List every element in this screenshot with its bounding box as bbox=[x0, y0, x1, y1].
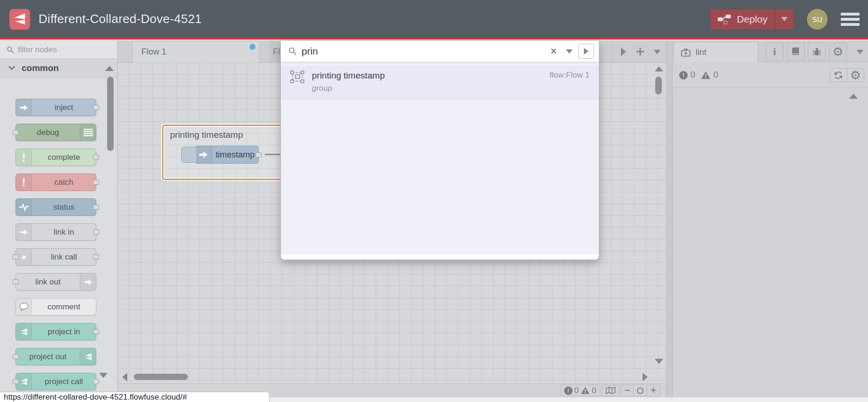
inject-arrow-icon bbox=[16, 99, 32, 116]
node-label: timestamp bbox=[212, 146, 258, 163]
canvas-vscrollbar-thumb[interactable] bbox=[655, 77, 662, 95]
link-arrow-icon bbox=[16, 224, 32, 240]
search-icon bbox=[7, 46, 14, 54]
lint-warning-count: 0 bbox=[713, 70, 718, 80]
right-sidebar: lint i ⚙ bbox=[673, 41, 868, 397]
palette-filter-input[interactable] bbox=[18, 45, 98, 55]
flowfuse-logo-icon bbox=[80, 348, 96, 365]
palette-category-common[interactable]: common bbox=[0, 59, 117, 78]
status-pulse-icon bbox=[16, 199, 32, 215]
search-results-list: printing timestamp group flow:Flow 1 bbox=[281, 62, 599, 254]
sidebar-tab-menu-icon[interactable] bbox=[857, 50, 863, 54]
palette-node-comment[interactable]: comment bbox=[16, 298, 96, 315]
lint-error-count: 0 bbox=[690, 70, 695, 80]
bug-icon bbox=[812, 47, 822, 56]
group-label: printing timestamp bbox=[170, 130, 243, 140]
input-port bbox=[13, 279, 19, 284]
scroll-tabs-right-icon[interactable] bbox=[621, 47, 626, 56]
browser-status-url: https://different-collared-dove-4521.flo… bbox=[0, 392, 270, 402]
flowfuse-logo-icon bbox=[16, 323, 32, 340]
palette-node-debug[interactable]: debug bbox=[16, 124, 96, 141]
info-icon: i bbox=[773, 46, 776, 58]
map-icon bbox=[605, 386, 616, 394]
avatar-initials: su bbox=[812, 14, 822, 24]
output-port bbox=[93, 155, 99, 160]
palette-scroll-down-icon[interactable] bbox=[99, 373, 108, 378]
add-flow-button[interactable] bbox=[636, 47, 644, 56]
zoom-reset-button[interactable] bbox=[633, 385, 647, 396]
palette-scrollbar-thumb[interactable] bbox=[107, 77, 114, 151]
search-result-item[interactable]: printing timestamp group flow:Flow 1 bbox=[281, 66, 599, 100]
category-label: common bbox=[22, 63, 59, 73]
palette-node-list: inject debug ! complete ! catch bbox=[0, 78, 117, 390]
output-port bbox=[93, 229, 99, 235]
inject-trigger-button[interactable] bbox=[181, 147, 197, 163]
settings-tab-button[interactable]: ⚙ bbox=[829, 43, 847, 61]
flow-list-dropdown-icon[interactable] bbox=[654, 50, 660, 54]
palette-node-link-in[interactable]: link in bbox=[16, 223, 96, 241]
palette-node-project-out[interactable]: project out bbox=[16, 348, 96, 365]
input-port bbox=[13, 354, 19, 359]
inject-node-timestamp[interactable]: timestamp bbox=[181, 146, 259, 164]
palette-node-project-in[interactable]: project in bbox=[16, 323, 96, 340]
help-tab-button[interactable] bbox=[787, 43, 805, 61]
output-port bbox=[93, 180, 99, 185]
group-printing-timestamp[interactable]: printing timestamp timestamp bbox=[162, 125, 290, 180]
debug-tab-button[interactable] bbox=[808, 43, 826, 61]
comment-bubble-icon bbox=[16, 299, 32, 315]
user-avatar[interactable]: su bbox=[807, 9, 828, 30]
palette-node-project-call[interactable]: project call bbox=[16, 373, 96, 390]
output-port[interactable] bbox=[256, 152, 262, 158]
lint-settings-button[interactable]: ⚙ bbox=[847, 69, 864, 82]
flowfuse-logo-icon bbox=[9, 9, 30, 30]
canvas-scroll-up-icon[interactable] bbox=[655, 66, 663, 71]
info-tab-button[interactable]: i bbox=[766, 43, 783, 61]
gear-icon: ⚙ bbox=[832, 46, 843, 58]
sidebar-splitter[interactable] bbox=[666, 41, 673, 397]
group-icon bbox=[290, 71, 304, 83]
input-port bbox=[13, 254, 19, 260]
canvas-scroll-right-icon[interactable] bbox=[643, 373, 648, 381]
zoom-in-button[interactable]: + bbox=[647, 385, 659, 396]
search-input[interactable] bbox=[302, 46, 544, 57]
navigator-button[interactable] bbox=[602, 385, 620, 396]
palette-scroll-up-icon[interactable] bbox=[105, 66, 114, 71]
search-icon bbox=[288, 47, 297, 55]
instance-title: Different-Collared-Dove-4521 bbox=[39, 12, 202, 26]
palette-node-complete[interactable]: ! complete bbox=[16, 149, 96, 166]
search-dialog: × printing timestamp group bbox=[280, 41, 599, 260]
error-count: 0 bbox=[574, 386, 579, 395]
warning-icon bbox=[701, 71, 711, 79]
palette-node-inject[interactable]: inject bbox=[16, 99, 96, 116]
zoom-out-button[interactable]: − bbox=[621, 385, 634, 396]
search-history-button[interactable] bbox=[578, 44, 594, 59]
lint-refresh-button[interactable] bbox=[830, 69, 847, 82]
exclamation-icon: ! bbox=[16, 174, 32, 190]
palette-node-link-call[interactable]: link call bbox=[16, 248, 96, 266]
input-port bbox=[13, 130, 19, 135]
canvas-hscrollbar-thumb[interactable] bbox=[134, 374, 188, 380]
zoom-controls: − + bbox=[621, 385, 660, 396]
palette-node-status[interactable]: status bbox=[16, 198, 96, 216]
canvas-scroll-left-icon[interactable] bbox=[122, 373, 127, 381]
lint-summary-button[interactable]: ! 0 0 bbox=[560, 385, 600, 396]
result-type: group bbox=[312, 84, 385, 93]
inject-arrow-icon bbox=[195, 146, 212, 163]
palette-node-link-out[interactable]: link out bbox=[16, 273, 96, 291]
deploy-button[interactable]: Deploy bbox=[710, 9, 794, 30]
search-options-icon[interactable] bbox=[563, 47, 574, 56]
chevron-down-icon bbox=[8, 66, 15, 70]
sidebar-tab-lint[interactable]: lint bbox=[674, 42, 758, 63]
node-palette: common inject debug ! bbox=[0, 41, 117, 397]
lint-toolbar: ! 0 0 ⚙ bbox=[673, 63, 868, 88]
sidebar-scroll-up-icon[interactable] bbox=[849, 94, 858, 99]
clear-search-icon[interactable]: × bbox=[549, 45, 558, 57]
main-menu-button[interactable] bbox=[841, 13, 860, 26]
result-title: printing timestamp bbox=[312, 71, 385, 81]
deploy-options-button[interactable] bbox=[775, 9, 793, 29]
sidebar-tabbar: lint i ⚙ bbox=[673, 41, 868, 63]
canvas-scroll-down-icon[interactable] bbox=[655, 359, 663, 364]
palette-node-catch[interactable]: ! catch bbox=[16, 173, 96, 191]
flow-tab-1[interactable]: Flow 1 bbox=[132, 41, 259, 63]
input-port bbox=[13, 379, 19, 384]
